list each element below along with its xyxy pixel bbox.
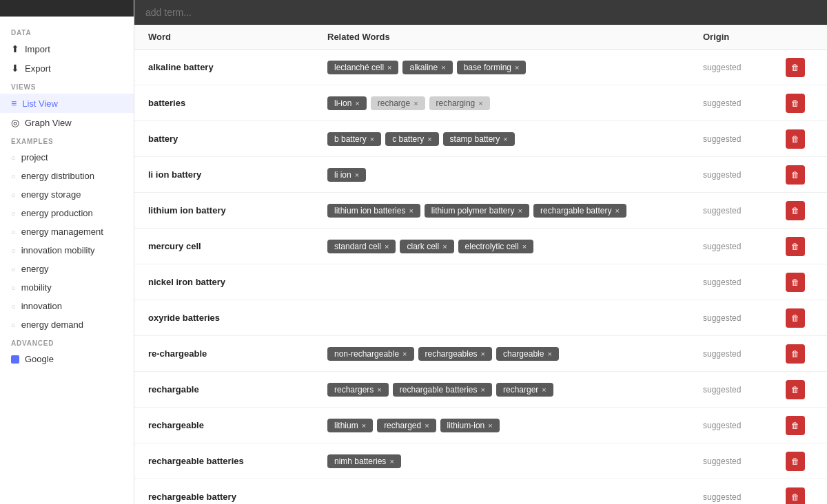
sidebar-label-graph-view: Graph View xyxy=(25,118,72,128)
tag-remove-button[interactable]: × xyxy=(441,63,445,72)
sidebar-icon-energy: ○ xyxy=(11,265,16,273)
sidebar-item-google[interactable]: Google xyxy=(0,350,134,368)
tag-remove-button[interactable]: × xyxy=(355,171,359,179)
tag-text: leclanché cell xyxy=(334,63,384,72)
main-content: WordRelated WordsOrigin alkaline battery… xyxy=(134,0,827,504)
tag-text: electrolytic cell xyxy=(465,242,519,251)
tag-remove-button[interactable]: × xyxy=(542,386,546,394)
tag-remove-button[interactable]: × xyxy=(389,457,394,465)
tag-remove-button[interactable]: × xyxy=(387,63,391,72)
sidebar-item-import[interactable]: ⬆Import xyxy=(0,39,134,59)
sidebar-item-innovation[interactable]: ○innovation xyxy=(0,297,134,315)
delete-button[interactable]: 🗑 xyxy=(786,380,805,399)
sidebar-icon-export: ⬇ xyxy=(11,63,19,74)
sidebar-item-energy-production[interactable]: ○energy production xyxy=(0,204,134,222)
table-row: nickel iron batterysuggested🗑 xyxy=(134,264,827,300)
delete-button[interactable]: 🗑 xyxy=(786,452,805,471)
tag-remove-button[interactable]: × xyxy=(518,207,522,215)
sidebar-label-mobility: mobility xyxy=(21,282,52,293)
sidebar-label-energy-management: energy management xyxy=(21,227,103,237)
delete-button[interactable]: 🗑 xyxy=(786,416,805,435)
tag-text: clark cell xyxy=(407,242,439,251)
sidebar-item-energy-demand[interactable]: ○energy demand xyxy=(0,315,134,334)
tag-remove-button[interactable]: × xyxy=(427,135,431,143)
tag-text: lithium polymer battery xyxy=(431,206,515,216)
tag: electrolytic cell× xyxy=(458,240,533,253)
sidebar-label-energy-storage: energy storage xyxy=(21,189,81,200)
sidebar-item-project[interactable]: ○project xyxy=(0,148,134,167)
word-cell: battery xyxy=(148,134,327,144)
tag-remove-button[interactable]: × xyxy=(515,63,519,72)
tag-remove-button[interactable]: × xyxy=(402,350,407,358)
tag-remove-button[interactable]: × xyxy=(481,350,485,358)
tag-remove-button[interactable]: × xyxy=(478,99,482,107)
word-cell: rechargeable xyxy=(148,420,327,430)
sidebar-item-export[interactable]: ⬇Export xyxy=(0,59,134,78)
tag-remove-button[interactable]: × xyxy=(503,135,507,143)
tag-text: recharging xyxy=(436,98,476,108)
tag-remove-button[interactable]: × xyxy=(481,386,485,394)
add-term-input[interactable] xyxy=(145,7,816,18)
sidebar-label-google: Google xyxy=(25,354,54,364)
origin-cell: suggested xyxy=(703,206,786,216)
tag-remove-button[interactable]: × xyxy=(409,207,413,215)
sidebar-item-energy-distribution[interactable]: ○energy distribution xyxy=(0,167,134,185)
tag-text: standard cell xyxy=(334,242,381,251)
sidebar-section-examples: EXAMPLES xyxy=(0,132,134,148)
tag: alkaline× xyxy=(402,61,452,74)
word-cell: rechargeable batteries xyxy=(148,456,327,466)
table-header-0: Word xyxy=(148,32,327,42)
related-words-cell: rechargers×rechargable batteries×recharg… xyxy=(327,383,703,397)
tag-remove-button[interactable]: × xyxy=(547,350,551,358)
tag-remove-button[interactable]: × xyxy=(425,421,429,430)
delete-button[interactable]: 🗑 xyxy=(786,129,805,149)
tag-remove-button[interactable]: × xyxy=(385,242,389,251)
sidebar-label-energy-production: energy production xyxy=(21,208,93,218)
tag-remove-button[interactable]: × xyxy=(355,99,359,107)
delete-button[interactable]: 🗑 xyxy=(786,344,805,364)
sidebar-item-energy-management[interactable]: ○energy management xyxy=(0,222,134,241)
tag: b battery× xyxy=(327,132,381,146)
tag-remove-button[interactable]: × xyxy=(362,421,366,430)
word-cell: batteries xyxy=(148,98,327,108)
tag: rechargable battery× xyxy=(533,204,626,218)
table-row: batteryb battery×c battery×stamp battery… xyxy=(134,121,827,157)
sidebar-icon-energy-distribution: ○ xyxy=(11,172,16,180)
delete-button[interactable]: 🗑 xyxy=(786,308,805,328)
tag-remove-button[interactable]: × xyxy=(377,386,381,394)
sidebar-item-energy-storage[interactable]: ○energy storage xyxy=(0,185,134,204)
sidebar-item-innovation-mobility[interactable]: ○innovation mobility xyxy=(0,241,134,260)
sidebar-section-data: DATA xyxy=(0,23,134,39)
sidebar-label-export: Export xyxy=(25,63,51,74)
sidebar-item-graph-view[interactable]: ◎Graph View xyxy=(0,113,134,132)
related-words-cell: nimh batteries× xyxy=(327,454,703,468)
origin-cell: suggested xyxy=(703,170,786,180)
tag-remove-button[interactable]: × xyxy=(442,242,447,251)
tag: lithium ion batteries× xyxy=(327,204,420,218)
sidebar-item-energy[interactable]: ○energy xyxy=(0,260,134,278)
tag-text: rechargers xyxy=(334,385,374,395)
tag: c battery× xyxy=(385,132,438,146)
tag-remove-button[interactable]: × xyxy=(414,99,418,107)
tag-text: li-ion xyxy=(334,98,351,108)
delete-button[interactable]: 🗑 xyxy=(786,58,805,77)
tag-remove-button[interactable]: × xyxy=(370,135,374,143)
delete-button[interactable]: 🗑 xyxy=(786,487,805,505)
tag-text: b battery xyxy=(334,134,367,144)
tag: rechargeables× xyxy=(418,347,493,361)
tag-remove-button[interactable]: × xyxy=(522,242,527,251)
delete-button[interactable]: 🗑 xyxy=(786,237,805,256)
tag-remove-button[interactable]: × xyxy=(488,421,492,430)
delete-button[interactable]: 🗑 xyxy=(786,273,805,292)
tag-remove-button[interactable]: × xyxy=(615,207,619,215)
origin-cell: suggested xyxy=(703,385,786,395)
sidebar-item-list-view[interactable]: ≡List View xyxy=(0,94,134,113)
sidebar-item-mobility[interactable]: ○mobility xyxy=(0,278,134,297)
delete-button[interactable]: 🗑 xyxy=(786,165,805,185)
tag: non-rechargeable× xyxy=(327,347,414,361)
tag-text: chargeable xyxy=(503,349,544,359)
delete-button[interactable]: 🗑 xyxy=(786,94,805,113)
word-cell: re-chargeable xyxy=(148,348,327,359)
delete-button[interactable]: 🗑 xyxy=(786,201,805,220)
tag-text: stamp battery xyxy=(450,134,500,144)
